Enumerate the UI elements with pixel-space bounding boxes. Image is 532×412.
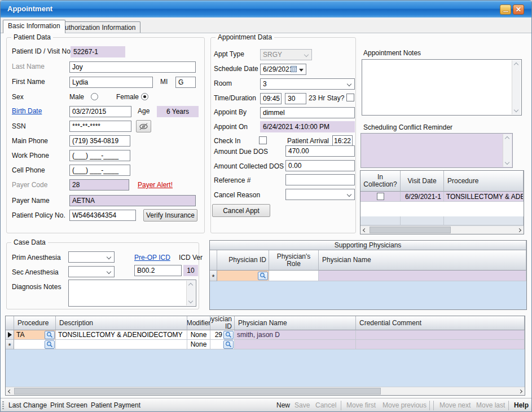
current-row-arrow-icon — [8, 332, 12, 338]
verify-insurance-button[interactable]: Verify Insurance — [143, 209, 197, 221]
cancel-button[interactable]: Cancel — [315, 401, 336, 409]
preop-icd-field[interactable]: B00.2 — [134, 265, 182, 276]
conflict-label: Scheduling Conflict Reminder — [363, 123, 452, 131]
patient-data-legend: Patient Data — [11, 33, 53, 41]
modifier-cell[interactable]: None — [187, 330, 210, 340]
procedure-search-button[interactable] — [45, 340, 55, 349]
main-phone-field[interactable]: (719) 354-0819 — [69, 135, 130, 147]
physician-id-cell[interactable]: 29 — [210, 330, 235, 340]
visit-grid-hscrollbar[interactable] — [360, 225, 524, 234]
male-radio[interactable] — [91, 93, 98, 100]
appointment-notes-textarea[interactable] — [362, 59, 522, 116]
tab-authorization-information[interactable]: Authorization Information — [55, 21, 140, 33]
amount-collected-field[interactable]: 0.00 — [285, 160, 355, 171]
physician-id-search-button[interactable] — [223, 340, 234, 349]
room-value: 3 — [263, 80, 267, 88]
duration-field[interactable]: 30 — [285, 93, 306, 104]
print-screen-button[interactable]: Print Screen — [50, 401, 87, 409]
patient-payment-button[interactable]: Patient Payment — [91, 401, 140, 409]
cancel-reason-combo[interactable] — [285, 189, 355, 200]
move-first-button[interactable]: Move first — [346, 401, 376, 409]
diagnosis-scrollbar[interactable] — [186, 281, 195, 305]
move-last-button[interactable]: Move last — [476, 401, 505, 409]
scroll-up-icon — [514, 63, 518, 67]
cancel-appt-button[interactable]: Cancel Appt — [212, 204, 270, 217]
close-button[interactable]: ✕ — [513, 5, 524, 15]
last-change-button[interactable]: Last Change — [8, 401, 47, 409]
visit-grid-row[interactable]: 6/29/2021-1 TONSILLECTOMY & ADENOIDECTOM… — [360, 192, 524, 202]
physician-id-search-button[interactable] — [223, 331, 234, 339]
magnifier-icon — [260, 272, 266, 279]
prim-anesthesia-label: Prim Anesthesia — [12, 254, 61, 262]
chevron-down-icon — [347, 82, 351, 86]
new-row-indicator: * — [210, 271, 217, 281]
room-combo[interactable]: 3 — [260, 78, 355, 90]
conflict-scrollbar[interactable] — [503, 134, 512, 167]
payer-name-value: AETNA — [69, 195, 196, 206]
appoint-by-field[interactable]: dimmel — [260, 107, 355, 118]
procedure-grid-row[interactable]: TA TONSILLECTOMY & ADENOIDECTOMY None 29 — [6, 330, 525, 340]
birth-date-field[interactable]: 03/27/2015 — [69, 106, 131, 117]
modifier-cell[interactable]: None — [187, 340, 210, 349]
scrollbar-thumb[interactable] — [370, 227, 451, 233]
female-label: Female — [116, 93, 139, 101]
appoint-on-label: Appoint On — [214, 123, 248, 131]
chevron-down-icon — [347, 192, 351, 197]
tab-basic-information[interactable]: Basic Information — [3, 20, 65, 33]
payer-name-label: Payer Name — [12, 197, 50, 205]
patient-arrival-field[interactable]: 16:22 — [332, 135, 353, 147]
schedule-date-picker[interactable]: 6/29/2021 — [260, 64, 306, 75]
procedure-grid-hscrollbar[interactable] — [6, 387, 525, 395]
scrollbar-thumb[interactable] — [14, 388, 381, 395]
new-row-indicator: * — [6, 340, 14, 349]
payer-alert-link[interactable]: Payer Alert! — [138, 181, 173, 189]
move-next-button[interactable]: Move next — [439, 401, 471, 409]
ssn-reveal-button[interactable] — [136, 120, 151, 132]
description-cell[interactable]: TONSILLECTOMY & ADENOIDECTOMY — [56, 330, 187, 340]
reference-field[interactable] — [285, 174, 355, 185]
sec-anesthesia-combo[interactable] — [68, 266, 115, 277]
reference-label: Reference # — [214, 176, 250, 184]
sp-physician-name-cell — [319, 271, 526, 281]
help-button[interactable]: Help — [514, 401, 529, 409]
procedure-cell[interactable] — [14, 340, 56, 349]
procedure-cell[interactable]: TA — [14, 330, 56, 340]
hr23-checkbox[interactable] — [346, 94, 354, 101]
time-field[interactable]: 09:45 — [260, 93, 282, 104]
amount-due-field[interactable]: 470.00 — [285, 145, 355, 157]
diagnosis-notes-textarea[interactable] — [68, 280, 196, 307]
check-in-checkbox[interactable] — [259, 136, 267, 144]
in-collection-checkbox[interactable] — [377, 193, 384, 200]
in-collection-cell — [360, 192, 401, 202]
policy-field[interactable]: W5464364354 — [69, 210, 136, 221]
new-button[interactable]: New — [276, 401, 290, 409]
physician-id-cell[interactable] — [210, 340, 235, 349]
toolbar-separator — [341, 401, 341, 410]
visit-procedure-cell: TONSILLECTOMY & ADENOIDECTOMY — [444, 192, 524, 202]
amount-collected-label: Amount Collected DOS — [214, 162, 284, 170]
work-phone-field[interactable]: (___) ___-____ — [69, 150, 130, 161]
prim-anesthesia-combo[interactable] — [68, 251, 115, 263]
move-previous-button[interactable]: Move previous — [382, 401, 427, 409]
mi-field[interactable]: G — [175, 77, 196, 88]
female-radio[interactable] — [141, 93, 148, 100]
first-name-field[interactable]: Lydia — [69, 77, 153, 88]
scroll-left-icon — [8, 389, 12, 393]
cell-phone-field[interactable]: (___) ___-____ — [69, 165, 130, 176]
description-cell[interactable] — [56, 340, 187, 349]
procedure-grid-empty-area — [6, 349, 525, 388]
last-name-field[interactable]: Joy — [69, 61, 196, 73]
notes-scrollbar[interactable] — [512, 60, 521, 114]
birth-date-link[interactable]: Birth Date — [12, 107, 42, 115]
sp-physician-id-cell[interactable] — [217, 271, 269, 281]
procedure-grid-new-row[interactable]: * None — [6, 340, 525, 349]
preop-icd-link[interactable]: Pre-OP ICD — [134, 254, 170, 262]
minimize-button[interactable] — [500, 5, 511, 15]
sp-physician-role-cell[interactable] — [269, 271, 319, 281]
physician-id-search-button[interactable] — [258, 272, 268, 280]
ssn-field[interactable]: ***-**-**** — [69, 121, 131, 132]
appt-type-combo[interactable]: SRGY — [260, 49, 312, 60]
procedure-search-button[interactable] — [45, 331, 55, 339]
scroll-down-icon — [514, 108, 518, 112]
save-button[interactable]: Save — [294, 401, 310, 409]
